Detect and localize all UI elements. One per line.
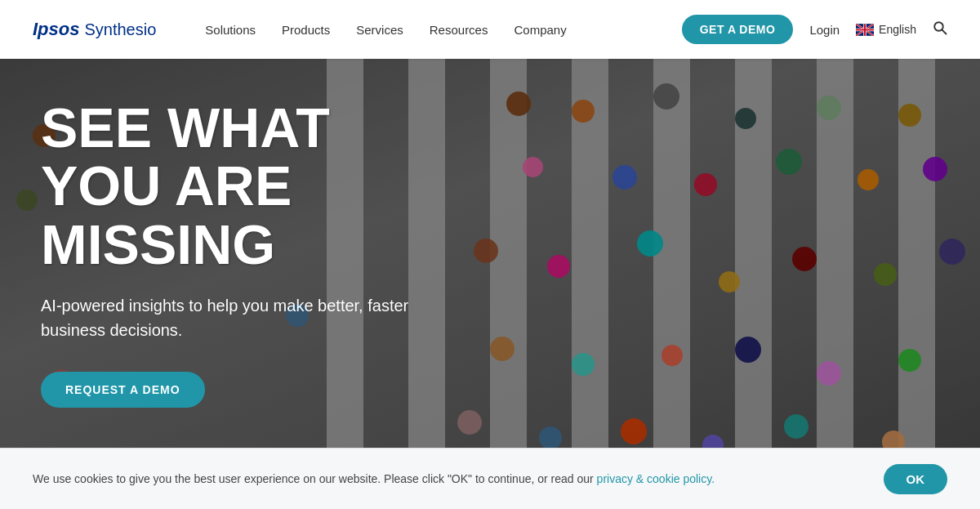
nav-item-services[interactable]: Services [356, 23, 403, 37]
hero-content: SEE WHAT YOU ARE MISSING AI-powered insi… [0, 59, 490, 448]
header: Ipsos Synthesio Solutions Products Servi… [0, 0, 980, 59]
nav-actions: GET A DEMO Login English [682, 15, 947, 44]
main-nav: Solutions Products Services Resources Co… [205, 23, 681, 37]
nav-item-solutions[interactable]: Solutions [205, 23, 256, 37]
nav-item-products[interactable]: Products [282, 23, 330, 37]
svg-line-2 [942, 29, 947, 33]
nav-item-company[interactable]: Company [514, 23, 566, 37]
login-link[interactable]: Login [809, 23, 840, 37]
get-demo-button[interactable]: GET A DEMO [682, 15, 794, 44]
cookie-text-content: We use cookies to give you the best user… [33, 472, 594, 485]
flag-icon [856, 24, 874, 36]
language-selector[interactable]: English [856, 23, 916, 36]
logo-synthesio: Synthesio [84, 20, 156, 39]
language-label: English [879, 23, 916, 36]
logo-ipsos: Ipsos [33, 19, 79, 40]
search-icon[interactable] [933, 20, 947, 39]
hero-subtitle: AI-powered insights to help you make bet… [41, 293, 449, 342]
cookie-message: We use cookies to give you the best user… [33, 472, 871, 485]
cookie-policy-link[interactable]: privacy & cookie policy. [597, 472, 715, 485]
hero-title: SEE WHAT YOU ARE MISSING [41, 99, 449, 274]
logo-link[interactable]: Ipsos Synthesio [33, 19, 156, 40]
cookie-ok-button[interactable]: OK [884, 464, 948, 494]
hero-section: SEE WHAT YOU ARE MISSING AI-powered insi… [0, 59, 980, 448]
nav-item-resources[interactable]: Resources [430, 23, 488, 37]
request-demo-button[interactable]: REQUEST A DEMO [41, 372, 205, 408]
cookie-bar: We use cookies to give you the best user… [0, 448, 980, 509]
